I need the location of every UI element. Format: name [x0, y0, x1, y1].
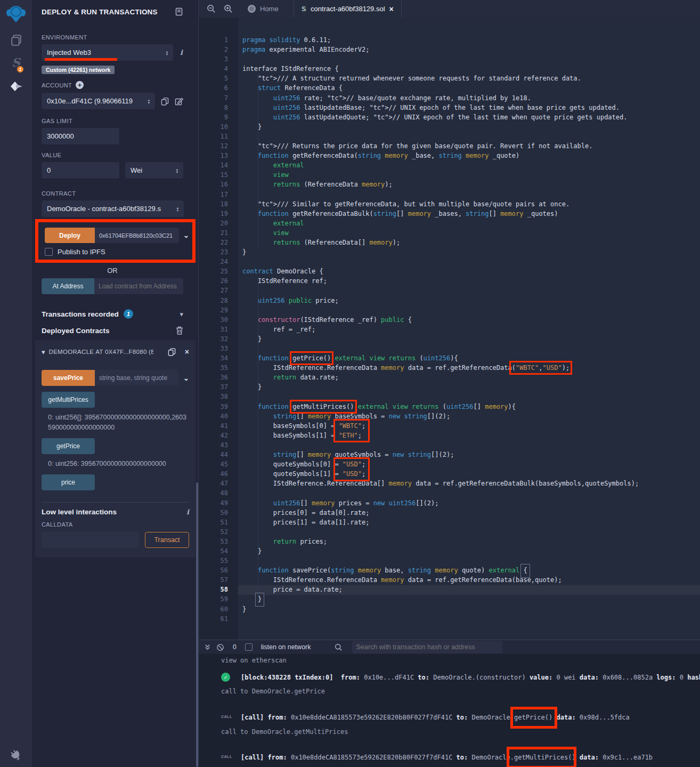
code-line[interactable]: function getReferenceDataBulk(string[] m… [242, 209, 639, 219]
code-line[interactable]: ref = _ref; [242, 325, 639, 334]
listen-network-checkbox[interactable] [245, 643, 253, 651]
code-line[interactable] [242, 527, 639, 537]
code-line[interactable]: function getPrice() external view return… [242, 353, 639, 363]
value-unit-select[interactable]: Wei ▴▾ [125, 162, 183, 179]
code-line[interactable] [242, 440, 639, 450]
documentation-icon[interactable] [175, 7, 183, 16]
low-level-info-icon[interactable]: i [186, 508, 189, 516]
code-line[interactable]: quoteSymbols[0] = "USD"; [242, 459, 639, 469]
code-line[interactable]: function getReferenceData(string memory … [242, 151, 639, 160]
expand-terminal-icon[interactable] [204, 643, 211, 651]
code-line[interactable]: } [242, 546, 639, 556]
code-line[interactable]: view [242, 170, 639, 180]
code-line[interactable]: contract DemoOracle { [242, 267, 639, 276]
terminal-row[interactable]: view on etherscan [199, 657, 700, 665]
tab-contract-sol[interactable]: S contract-a60bf38129.sol × [294, 0, 402, 18]
plugin-manager-plug-icon[interactable] [0, 748, 32, 761]
account-select[interactable]: 0x10e...dF41C (9.96066119 ▴▾ [42, 93, 155, 109]
code-line[interactable] [242, 132, 639, 141]
code-line[interactable]: string[] memory baseSymbols = new string… [242, 411, 639, 421]
terminal-row[interactable]: call to DemoOracle.getPrice [199, 688, 700, 696]
getprice-button[interactable]: getPrice [42, 438, 95, 454]
code-line[interactable]: IStdReference.ReferenceData memory data … [242, 363, 639, 373]
code-line[interactable]: interface IStdReference { [242, 64, 639, 74]
gas-limit-input[interactable] [42, 128, 119, 144]
code-line[interactable]: } [242, 594, 639, 604]
code-line[interactable]: function getMultiPrices() external view … [242, 402, 639, 411]
zoom-in-icon[interactable] [224, 4, 233, 13]
tab-home[interactable]: Home [240, 0, 286, 18]
code-line[interactable] [242, 190, 639, 199]
code-line[interactable] [242, 286, 639, 295]
close-tab-icon[interactable]: × [389, 5, 394, 13]
code-line[interactable] [242, 257, 639, 267]
code-line[interactable] [242, 392, 639, 401]
code-line[interactable]: external [242, 160, 639, 170]
code-lines[interactable]: pragma solidity 0.6.11;pragma experiment… [242, 35, 639, 624]
code-line[interactable]: "tc">/// A structure returned whenever s… [242, 74, 639, 83]
edit-account-pencil-icon[interactable] [175, 97, 183, 106]
code-line[interactable]: } [242, 247, 639, 257]
clear-contracts-trash-icon[interactable] [176, 326, 183, 335]
environment-info-icon[interactable]: i [180, 49, 183, 56]
code-line[interactable]: IStdReference.ReferenceData memory data … [242, 575, 639, 585]
code-line[interactable]: returns (ReferenceData[] memory); [242, 238, 639, 247]
saveprice-args-input[interactable] [95, 370, 178, 386]
code-line[interactable]: struct ReferenceData { [242, 83, 639, 93]
code-line[interactable]: IStdReference.ReferenceData[] memory dat… [242, 479, 639, 488]
code-line[interactable]: } [242, 334, 639, 344]
code-line[interactable]: quoteSymbols[1] = "USD"; [242, 469, 639, 479]
chevron-down-icon[interactable]: ▾ [180, 311, 183, 318]
saveprice-button[interactable]: savePrice [42, 370, 95, 386]
solidity-compiler-icon[interactable]: S 1 [0, 55, 32, 69]
at-address-input[interactable] [94, 278, 183, 294]
code-line[interactable]: "tc">/// Similar to getReferenceData, bu… [242, 199, 639, 209]
expand-args-chevron-icon[interactable]: ⌄ [183, 375, 189, 382]
deploy-button[interactable]: Deploy [45, 228, 95, 243]
terminal-row[interactable]: call to DemoOracle.getMultiPrices [199, 728, 700, 736]
code-line[interactable]: return data.rate; [242, 373, 639, 382]
code-line[interactable]: } [242, 604, 639, 614]
getmultiprices-button[interactable]: getMultiPrices [42, 392, 95, 408]
at-address-button[interactable]: At Address [42, 278, 94, 294]
code-line[interactable] [242, 305, 639, 315]
copy-account-icon[interactable] [161, 97, 169, 106]
code-line[interactable]: prices[1] = data[1].rate; [242, 518, 639, 527]
code-line[interactable]: external [242, 219, 639, 228]
file-explorer-icon[interactable] [0, 34, 32, 47]
code-line[interactable]: returns (ReferenceData memory); [242, 180, 639, 189]
code-line[interactable]: pragma solidity 0.6.11; [242, 35, 639, 45]
code-line[interactable]: string[] memory quoteSymbols = new strin… [242, 450, 639, 459]
code-line[interactable] [242, 556, 639, 566]
code-line[interactable]: uint256 lastUpdatedBase; "tc">// UNIX ep… [242, 103, 639, 112]
collapse-chevron-icon[interactable]: ▾ [42, 349, 45, 356]
code-line[interactable]: constructor(IStdReference _ref) public { [242, 315, 639, 325]
code-line[interactable]: IStdReference ref; [242, 276, 639, 286]
contract-select[interactable]: DemoOracle - contract-a60bf38129.s ▴▾ [42, 200, 184, 217]
add-account-icon[interactable]: + [76, 81, 84, 89]
code-line[interactable]: } [242, 382, 639, 392]
zoom-out-icon[interactable] [207, 4, 216, 13]
code-line[interactable] [242, 488, 639, 498]
publish-ipfs-checkbox[interactable] [45, 248, 53, 256]
code-line[interactable]: pragma experimental ABIEncoderV2; [242, 45, 639, 54]
code-line[interactable]: "tc">/// Returns the price data for the … [242, 141, 639, 151]
code-line[interactable] [242, 54, 639, 64]
price-button[interactable]: price [42, 474, 95, 490]
clear-console-ban-icon[interactable] [216, 643, 224, 651]
code-line[interactable]: return prices; [242, 537, 639, 546]
code-line[interactable]: baseSymbols[1] = "ETH"; [242, 431, 639, 440]
close-contract-icon[interactable]: × [185, 348, 189, 356]
code-line[interactable] [242, 614, 639, 624]
panel-scrollbar[interactable] [196, 482, 198, 767]
code-line[interactable]: prices[0] = data[0].rate; [242, 508, 639, 518]
environment-select[interactable]: Injected Web3 ▴▾ [42, 44, 173, 61]
code-line[interactable]: view [242, 228, 639, 238]
code-line[interactable]: uint256 rate; "tc">// base/quote exchang… [242, 93, 639, 103]
transact-button[interactable]: Transact [145, 532, 189, 548]
terminal-search-input[interactable] [352, 641, 502, 653]
code-line[interactable]: function savePrice(string memory base, s… [242, 566, 639, 575]
code-line[interactable]: price = data.rate; [242, 585, 639, 594]
code-line[interactable]: } [242, 122, 639, 132]
code-line[interactable]: uint256 public price; [242, 296, 639, 305]
